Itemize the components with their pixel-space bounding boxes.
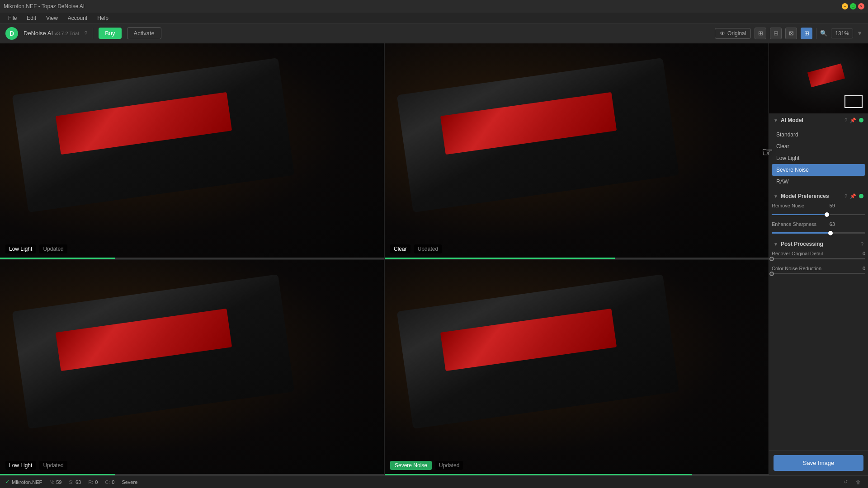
model-item-low-light[interactable]: Low Light (772, 152, 865, 164)
status-n-label: N: (49, 479, 54, 485)
post-proc-help[interactable]: ? (861, 241, 863, 247)
model-pref-title: Model Preferences (781, 193, 842, 199)
activate-button[interactable]: Activate (127, 27, 161, 39)
remove-noise-track[interactable] (772, 214, 865, 215)
updated-label-tl: Updated (39, 244, 67, 253)
color-noise-value: 0 (854, 266, 865, 271)
model-preferences-section: ▼ Model Preferences ? 📌 Remove Noise 59 (769, 189, 868, 237)
view-single-button[interactable]: ⊞ (755, 28, 766, 39)
remove-noise-row: Remove Noise 59 (772, 203, 865, 208)
menu-help[interactable]: Help (93, 14, 113, 22)
status-n: N: 59 (49, 479, 61, 485)
model-item-standard[interactable]: Standard (772, 129, 865, 141)
post-processing-body: Recover Original Detail 0 Color Noise Re… (769, 251, 868, 278)
model-list: Standard Clear Low Light Severe Noise RA… (769, 127, 868, 189)
post-processing-header[interactable]: ▼ Post Processing ? (769, 237, 868, 251)
canvas-area: Low Light Updated Clear Updated (0, 43, 769, 475)
zoom-dropdown-icon[interactable]: ▼ (857, 30, 863, 37)
ai-model-section: ▼ AI Model ? 📌 Standard Clear Low Light … (769, 113, 868, 189)
app-version: v3.7.2 Trial (55, 31, 79, 36)
status-right-icons: ↺ 🗑 (841, 478, 863, 487)
menu-account[interactable]: Account (63, 14, 92, 22)
status-icon-reset[interactable]: ↺ (841, 478, 850, 487)
buy-button[interactable]: Buy (99, 28, 121, 39)
status-c-label: C: (105, 479, 110, 485)
enhance-sharpness-thumb[interactable] (828, 231, 833, 235)
status-r-value: 0 (95, 479, 98, 485)
progress-bar-tl (0, 258, 384, 259)
ai-model-chevron: ▼ (774, 118, 778, 123)
progress-fill-bl (0, 474, 115, 475)
thumbnail-stripe (807, 64, 844, 88)
toolbar: D DeNoise AI v3.7.2 Trial ? Buy Activate… (0, 23, 868, 43)
menu-view[interactable]: View (42, 14, 62, 22)
panel-label-top-left: Low Light Updated (5, 244, 67, 253)
app-name: DeNoise AI (24, 30, 53, 37)
help-icon[interactable]: ? (84, 30, 87, 37)
panel-label-top-right: Clear Updated (390, 244, 442, 253)
enhance-sharpness-row: Enhance Sharpness 63 (772, 221, 865, 227)
minimize-button[interactable]: − (842, 3, 848, 9)
enhance-sharpness-label: Enhance Sharpness (772, 221, 821, 227)
panel-image-bottom-right (385, 260, 769, 475)
panel-grid: Low Light Updated Clear Updated (0, 43, 769, 475)
original-button[interactable]: 👁 Original (715, 28, 751, 39)
progress-fill-tl (0, 258, 115, 259)
model-pref-pin-icon: 📌 (850, 193, 856, 199)
enhance-sharpness-track[interactable] (772, 232, 865, 234)
panel-top-right: Clear Updated (385, 43, 769, 259)
panel-label-bottom-right: Severe Noise Updated (390, 461, 463, 470)
title-text: Mikrofon.NEF - Topaz DeNoise AI (4, 3, 838, 9)
model-label-bl: Low Light (5, 461, 36, 470)
model-item-clear[interactable]: Clear (772, 141, 865, 152)
recover-detail-thumb[interactable] (769, 257, 774, 261)
ai-model-title: AI Model (781, 117, 842, 123)
status-icon-delete[interactable]: 🗑 (854, 478, 863, 487)
view-split-v-button[interactable]: ⊠ (785, 28, 797, 39)
eye-icon: 👁 (720, 30, 725, 37)
panel-label-bottom-left: Low Light Updated (5, 461, 67, 470)
recover-detail-label: Recover Original Detail (772, 251, 854, 256)
ai-model-help[interactable]: ? (844, 117, 847, 123)
recover-detail-value: 0 (854, 251, 865, 256)
menu-file[interactable]: File (4, 14, 21, 22)
post-processing-section: ▼ Post Processing ? Recover Original Det… (769, 237, 868, 278)
window-controls: − □ × (842, 3, 864, 9)
remove-noise-label: Remove Noise (772, 203, 821, 208)
sidebar: ▼ AI Model ? 📌 Standard Clear Low Light … (769, 43, 868, 475)
progress-bar-tr (385, 258, 769, 259)
color-noise-track[interactable] (772, 273, 865, 274)
progress-fill-tr (385, 258, 615, 259)
progress-bar-bl (0, 474, 384, 475)
remove-noise-thumb[interactable] (825, 212, 829, 217)
close-button[interactable]: × (858, 3, 864, 9)
panel-image-top-right (385, 43, 769, 259)
titlebar: Mikrofon.NEF - Topaz DeNoise AI − □ × (0, 0, 868, 13)
recover-detail-track[interactable] (772, 258, 865, 259)
panel-image-top-left (0, 43, 384, 259)
model-item-raw[interactable]: RAW (772, 176, 865, 188)
color-noise-thumb[interactable] (769, 272, 774, 276)
status-check-icon: ✓ (5, 479, 9, 485)
progress-fill-br (385, 474, 692, 475)
view-quad-button[interactable]: ⊞ (801, 28, 812, 39)
save-button-container: Save Image (769, 450, 868, 475)
model-pref-chevron: ▼ (774, 194, 778, 199)
model-pref-help[interactable]: ? (844, 193, 847, 199)
thumbnail-viewport[interactable] (844, 95, 863, 108)
model-pref-dot (859, 194, 863, 198)
sidebar-spacer (769, 278, 868, 450)
updated-label-tr: Updated (414, 244, 442, 253)
view-split-h-button[interactable]: ⊟ (770, 28, 782, 39)
panel-bottom-left: Low Light Updated (0, 260, 384, 475)
enhance-sharpness-value: 63 (824, 221, 835, 227)
status-model: Severe (122, 479, 137, 485)
main-area: Low Light Updated Clear Updated (0, 43, 868, 475)
maximize-button[interactable]: □ (850, 3, 856, 9)
save-image-button[interactable]: Save Image (774, 455, 863, 471)
ai-model-header[interactable]: ▼ AI Model ? 📌 (769, 113, 868, 127)
model-item-severe-noise[interactable]: Severe Noise (772, 164, 865, 176)
menu-edit[interactable]: Edit (22, 14, 41, 22)
model-label-tl: Low Light (5, 244, 36, 253)
model-preferences-header[interactable]: ▼ Model Preferences ? 📌 (769, 189, 868, 203)
